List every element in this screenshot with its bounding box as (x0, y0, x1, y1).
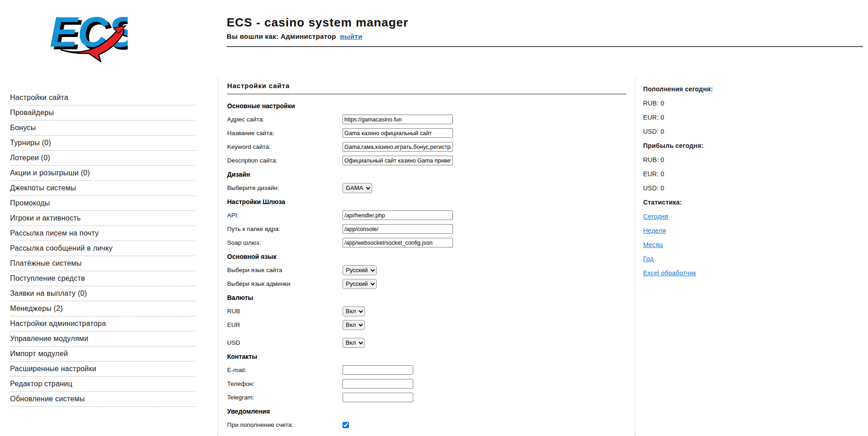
stat-link-row: Неделя (643, 227, 713, 234)
form-row: Выберите дизайн:GAMA (227, 183, 626, 193)
site-language-select[interactable]: Русский (343, 265, 377, 275)
phone-input[interactable] (343, 379, 413, 389)
site-keywords-input-label: Keyword сайта: (227, 143, 343, 150)
site-description-input-label: Description сайта: (227, 157, 343, 164)
sidebar-item-system-update[interactable]: Обновление системы (10, 395, 195, 407)
stat-link-row: Сегодня (643, 213, 713, 220)
form-row: Telegram: (227, 393, 626, 402)
sidebar-item-players-activity[interactable]: Игроки и активность (10, 215, 195, 226)
form-row: Валюты (227, 293, 626, 302)
form-row: Soap шлюз: (227, 238, 626, 247)
form-row: Настройки Шлюза (227, 197, 626, 206)
site-name-input[interactable] (343, 128, 453, 138)
api-input-label: API: (227, 212, 343, 219)
soap-gateway-input-label: Soap шлюз: (227, 239, 343, 246)
form-row: Keyword сайта: (227, 142, 626, 152)
sidebar-item-providers[interactable]: Провайдеры (10, 109, 195, 121)
section-gateway: Настройки Шлюза (227, 198, 285, 205)
email-input-label: E-mail: (227, 367, 343, 373)
sidebar-item-lotteries[interactable]: Лотереи (0) (10, 154, 195, 166)
stat-value-usd: USD: 0 (643, 185, 713, 191)
design-select-label: Выберите дизайн: (227, 184, 343, 191)
site-settings-panel: Настройки сайта Основные настройкиАдрес … (218, 79, 635, 436)
stat-link-row: Год (643, 256, 713, 262)
form-row: Основной язык (227, 252, 626, 261)
sidebar-item-payout-requests[interactable]: Заявки на выплату (0) (10, 290, 195, 301)
sidebar-item-jackpots[interactable]: Джекпоты системы (10, 184, 195, 196)
form-row: Путь к папке ядра: (227, 224, 626, 234)
phone-input-label: Телефон: (227, 380, 343, 387)
admin-language-select[interactable]: Русский (343, 279, 377, 289)
telegram-input-label: Telegram: (227, 394, 343, 401)
form-row: USDВкл (227, 338, 626, 347)
stats-year-link[interactable]: Год (643, 256, 654, 262)
header-divider (227, 46, 863, 47)
form-row: При пополнение счета: (227, 420, 626, 430)
sidebar-item-email-mailing[interactable]: Рассылка писем на почту (10, 230, 195, 241)
form-row: API: (227, 210, 626, 220)
sidebar-item-managers[interactable]: Менеджеры (2) (10, 305, 195, 316)
ecs-logo-icon: ECS ECS (46, 7, 128, 62)
rub-toggle-select-label: RUB (227, 308, 343, 315)
rub-toggle-select[interactable]: Вкл (343, 306, 365, 316)
core-path-input[interactable] (343, 224, 453, 234)
stat-value-usd: USD: 0 (643, 128, 713, 135)
stat-value-eur: EUR: 0 (643, 171, 713, 177)
deposit-notify-checkbox[interactable] (343, 422, 349, 428)
stats-today-link[interactable]: Сегодня (643, 213, 668, 220)
form-row: E-mail: (227, 365, 626, 375)
stat-link-row: Excel обработчик (643, 270, 713, 276)
core-path-input-label: Путь к папке ядра: (227, 226, 343, 232)
stats-group-title: Пополнения сегодня: (643, 86, 713, 92)
sidebar-item-promotions[interactable]: Акции и розыгрыши (0) (10, 169, 195, 181)
usd-toggle-select[interactable]: Вкл (343, 338, 365, 348)
statistics-title: Статистика: (643, 199, 713, 205)
telegram-input[interactable] (343, 393, 413, 402)
login-status: Вы вошли как: Администратор выйти (227, 32, 408, 40)
ecs-logo: ECS ECS (46, 7, 128, 62)
sidebar-item-incoming-funds[interactable]: Поступление средств (10, 275, 195, 286)
stat-value-rub: RUB: 0 (643, 157, 713, 163)
sidebar-item-site-settings[interactable]: Настройки сайта (10, 94, 195, 105)
design-select[interactable]: GAMA (343, 183, 372, 193)
sidebar-item-advanced-settings[interactable]: Расширенные настройки (10, 365, 195, 377)
section-language: Основной язык (227, 253, 276, 260)
email-input[interactable] (343, 365, 413, 375)
stats-week-link[interactable]: Неделя (643, 227, 666, 234)
panel-title: Настройки сайта (227, 81, 626, 90)
sidebar-item-bonuses[interactable]: Бонусы (10, 124, 195, 136)
api-input[interactable] (343, 210, 453, 220)
sidebar-item-module-management[interactable]: Управление модулями (10, 335, 195, 347)
form-row: RUBВкл (227, 306, 626, 316)
site-description-input[interactable] (343, 156, 453, 165)
stats-month-link[interactable]: Месяц (643, 242, 663, 248)
sidebar-item-module-import[interactable]: Импорт модулей (10, 350, 195, 362)
eur-toggle-select[interactable]: Вкл (343, 320, 365, 330)
form-row: Выбери язык сайтаРусский (227, 265, 626, 275)
soap-gateway-input[interactable] (343, 238, 453, 247)
sidebar-item-promocodes[interactable]: Промокоды (10, 200, 195, 211)
site-url-input-label: Адрес сайта: (227, 116, 343, 123)
sidebar-item-pm-mailing[interactable]: Рассылка сообщений в личку (10, 245, 195, 256)
form-row: Адрес сайта: (227, 115, 626, 124)
form-row: Уведомления (227, 406, 626, 416)
form-row: Название сайта: (227, 128, 626, 138)
sidebar-item-tournaments[interactable]: Турниры (0) (10, 139, 195, 151)
stats-group-title: Прибыль сегодня: (643, 142, 713, 149)
site-url-input[interactable] (343, 115, 453, 124)
stat-value-eur: EUR: 0 (643, 114, 713, 121)
site-name-input-label: Название сайта: (227, 130, 343, 137)
deposit-notify-checkbox-label: При пополнение счета: (227, 421, 343, 428)
form-row: Контакты (227, 352, 626, 361)
sidebar-item-page-editor[interactable]: Редактор страниц (10, 380, 195, 392)
stats-panel: Пополнения сегодня:RUB: 0EUR: 0USD: 0При… (643, 86, 713, 284)
sidebar-item-admin-settings[interactable]: Настройки администратора (10, 320, 195, 331)
form-row: Description сайта: (227, 156, 626, 165)
logout-link[interactable]: выйти (340, 32, 362, 40)
stat-value-rub: RUB: 0 (643, 100, 713, 106)
site-keywords-input[interactable] (343, 142, 453, 152)
section-notifications: Уведомления (227, 408, 270, 415)
section-currencies: Валюты (227, 294, 253, 301)
sidebar-item-payment-systems[interactable]: Платёжные системы (10, 260, 195, 271)
stats-excel-link[interactable]: Excel обработчик (643, 270, 696, 276)
